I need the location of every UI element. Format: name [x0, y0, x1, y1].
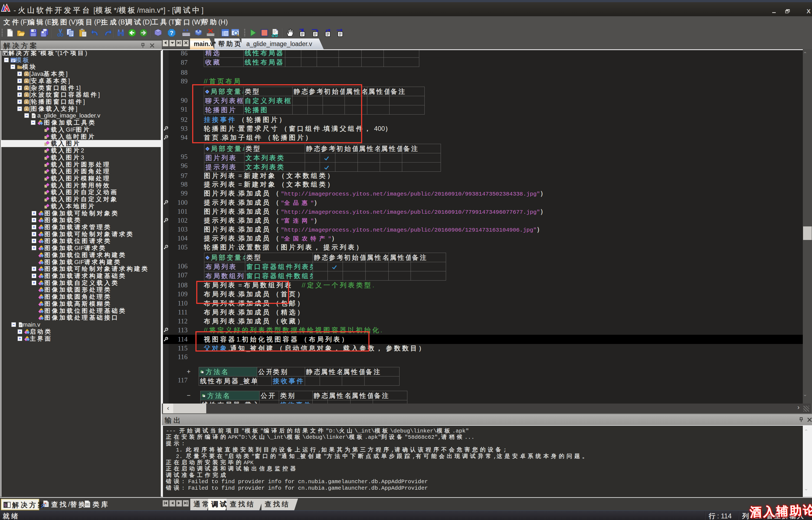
svg-text:?: ?	[170, 29, 173, 36]
